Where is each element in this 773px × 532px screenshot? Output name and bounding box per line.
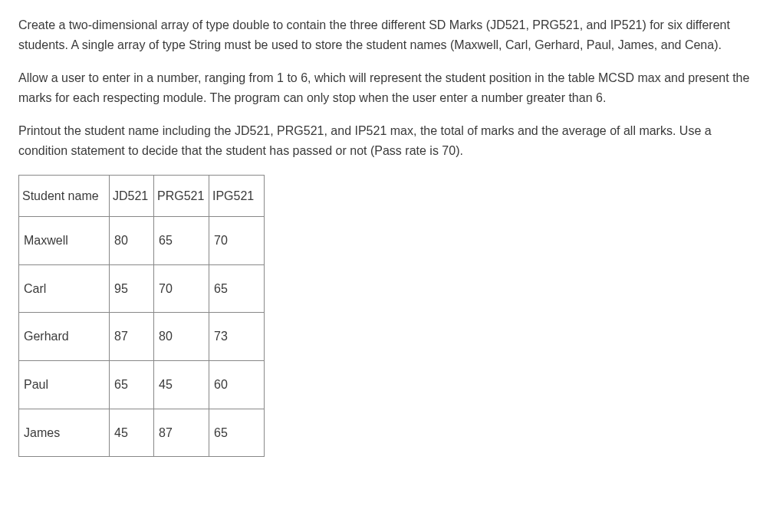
cell-jd521: 80 [110,217,154,265]
cell-student-name: Carl [19,264,110,313]
table-row: Carl 95 70 65 [19,264,265,313]
cell-ipg521: 73 [209,313,265,361]
table-row: James 45 87 65 [19,409,265,457]
cell-jd521: 65 [110,360,154,409]
header-ipg521: IPG521 [209,175,265,217]
cell-prg521: 45 [154,360,209,409]
table-row: Paul 65 45 60 [19,360,265,409]
cell-student-name: James [19,409,110,457]
header-jd521: JD521 [110,175,154,217]
table-row: Maxwell 80 65 70 [19,217,265,265]
header-student-name: Student name [19,175,110,217]
table-header-row: Student name JD521 PRG521 IPG521 [19,175,265,217]
cell-student-name: Paul [19,360,110,409]
cell-ipg521: 65 [209,409,265,457]
cell-ipg521: 60 [209,360,265,409]
paragraph-2: Allow a user to enter in a number, rangi… [18,68,755,107]
cell-jd521: 45 [110,409,154,457]
table-row: Gerhard 87 80 73 [19,313,265,361]
cell-jd521: 95 [110,264,154,313]
cell-jd521: 87 [110,313,154,361]
cell-prg521: 65 [154,217,209,265]
paragraph-1: Create a two-dimensional array of type d… [18,15,755,54]
paragraph-3: Printout the student name including the … [18,121,755,160]
cell-student-name: Gerhard [19,313,110,361]
cell-ipg521: 70 [209,217,265,265]
marks-table: Student name JD521 PRG521 IPG521 Maxwell… [18,175,265,458]
header-prg521: PRG521 [154,175,209,217]
cell-prg521: 87 [154,409,209,457]
cell-prg521: 80 [154,313,209,361]
cell-student-name: Maxwell [19,217,110,265]
cell-prg521: 70 [154,264,209,313]
cell-ipg521: 65 [209,264,265,313]
